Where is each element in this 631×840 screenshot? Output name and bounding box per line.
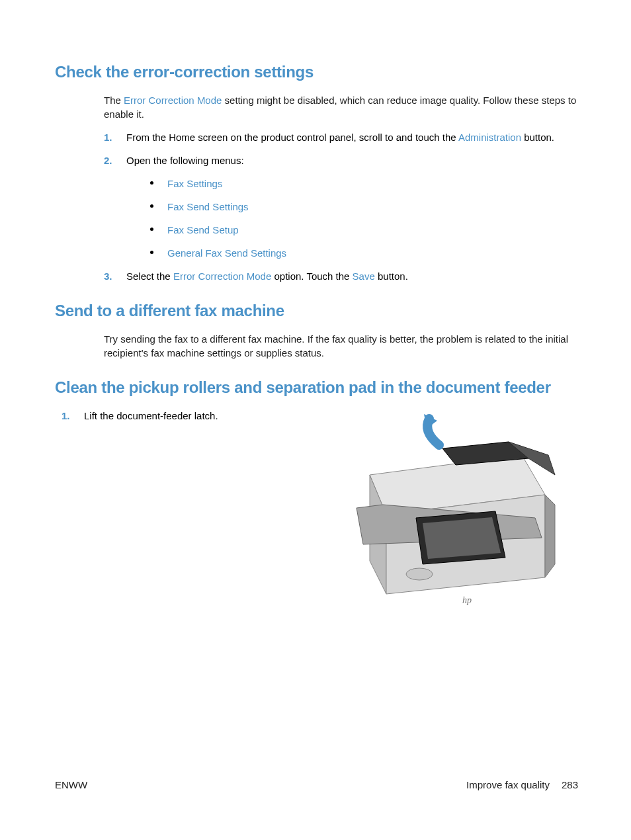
step-1: 1. From the Home screen on the product c…	[104, 130, 578, 144]
step-1: 1. Lift the document-feeder latch.	[62, 409, 314, 423]
svg-text:hp: hp	[462, 595, 472, 605]
svg-point-10	[406, 568, 433, 580]
svg-marker-9	[423, 517, 501, 559]
svg-marker-6	[545, 495, 555, 577]
link-administration: Administration	[458, 132, 521, 143]
text: Lift the document-feeder latch.	[84, 410, 218, 421]
printer-illustration: hp	[323, 409, 568, 607]
menu-item: General Fax Send Settings	[145, 246, 578, 260]
menu-item: Fax Settings	[145, 177, 578, 190]
text: option. Touch the	[271, 271, 352, 282]
heading-error-correction: Check the error-correction settings	[55, 63, 578, 81]
footer-section: Improve fax quality	[466, 779, 550, 790]
menu-item: Fax Send Settings	[145, 200, 578, 214]
step-number: 1.	[104, 130, 112, 144]
footer-left: ENWW	[55, 779, 87, 790]
step-number: 2.	[104, 153, 112, 167]
step-3: 3. Select the Error Correction Mode opti…	[104, 269, 578, 283]
heading-clean-rollers: Clean the pickup rollers and separation …	[55, 378, 578, 397]
intro-paragraph: The Error Correction Mode setting might …	[104, 93, 578, 121]
text: From the Home screen on the product cont…	[126, 132, 458, 143]
link-fax-send-setup: Fax Send Setup	[167, 224, 239, 235]
footer-right: Improve fax quality283	[466, 779, 578, 790]
link-general-fax-send-settings: General Fax Send Settings	[167, 247, 286, 259]
text: The	[104, 95, 124, 106]
text: button.	[375, 271, 408, 282]
text: Select the	[126, 271, 173, 282]
link-save: Save	[353, 271, 375, 282]
text: button.	[521, 132, 554, 143]
text: Open the following menus:	[126, 155, 244, 166]
page-footer: ENWW Improve fax quality283	[55, 779, 578, 790]
link-fax-settings: Fax Settings	[167, 178, 222, 189]
link-error-correction-mode: Error Correction Mode	[124, 95, 222, 106]
step-number: 3.	[104, 269, 112, 283]
link-error-correction-mode: Error Correction Mode	[173, 271, 271, 282]
page-number: 283	[562, 779, 578, 790]
step-number: 1.	[62, 409, 70, 423]
menu-item: Fax Send Setup	[145, 223, 578, 237]
step-2: 2. Open the following menus: Fax Setting…	[104, 153, 578, 260]
link-fax-send-settings: Fax Send Settings	[167, 201, 249, 212]
heading-send-different-fax: Send to a different fax machine	[55, 302, 578, 320]
paragraph: Try sending the fax to a different fax m…	[104, 332, 578, 360]
